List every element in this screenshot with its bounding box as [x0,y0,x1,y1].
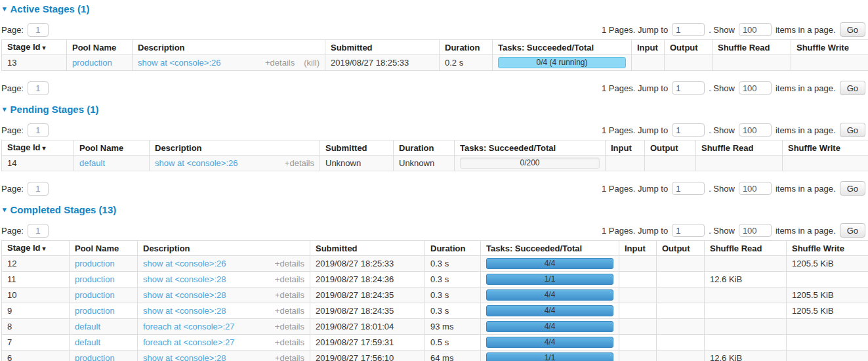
column-header-submitted[interactable]: Submitted [325,40,440,55]
description-link[interactable]: show at <console>:28 [143,306,226,316]
column-header-description[interactable]: Description [138,241,310,256]
show-items-input[interactable] [739,182,772,195]
description-link[interactable]: foreach at <console>:27 [143,322,235,331]
tasks-progress-bar: 4/4 [486,289,613,301]
shuffle-write-cell: 1205.5 KiB [787,303,868,319]
column-header-tasks-succeeded-total[interactable]: Tasks: Succeeded/Total [493,40,632,55]
column-header-label: Input [611,143,632,153]
output-cell [645,156,696,171]
column-header-input[interactable]: Input [606,140,645,156]
pool-name-link[interactable]: production [75,259,115,268]
description-link[interactable]: show at <console>:28 [143,274,226,284]
details-link[interactable]: +details [275,322,304,331]
stage-id-cell: 12 [2,256,70,272]
jump-to-page-input[interactable] [672,81,705,95]
column-header-shuffle-read[interactable]: Shuffle Read [713,40,791,55]
column-header-pool-name[interactable]: Pool Name [74,140,150,156]
details-link[interactable]: +details [275,259,304,268]
column-header-input[interactable]: Input [632,40,665,55]
pagination-left: Page: [1,123,49,137]
pool-name-link[interactable]: default [75,322,100,331]
pool-name-cell: production [67,55,133,71]
column-header-pool-name[interactable]: Pool Name [67,40,133,55]
column-header-shuffle-write[interactable]: Shuffle Write [787,241,868,256]
jump-to-page-input[interactable] [672,123,705,137]
description-cell: show at <console>:28+details [138,287,310,303]
pool-name-link[interactable]: production [75,274,115,284]
pool-name-link[interactable]: production [72,58,112,68]
column-header-output[interactable]: Output [657,241,705,256]
page-number-input[interactable] [28,123,49,137]
pool-name-link[interactable]: production [75,306,115,316]
pool-name-link[interactable]: default [79,158,105,168]
details-link[interactable]: +details [275,353,304,361]
section-heading-active[interactable]: ▾Active Stages (1) [3,3,867,14]
duration-cell: 93 ms [425,319,481,335]
details-link[interactable]: +details [275,337,304,347]
description-link[interactable]: foreach at <console>:27 [143,337,235,347]
column-header-shuffle-read[interactable]: Shuffle Read [696,140,783,156]
input-cell [619,256,657,272]
stage-row: 10productionshow at <console>:28+details… [2,287,868,303]
page-number-input[interactable] [28,182,49,196]
details-link[interactable]: +details [275,274,304,284]
column-header-stage-id[interactable]: Stage Id▾ [2,241,70,256]
column-header-shuffle-read[interactable]: Shuffle Read [705,241,787,256]
submitted-cell: Unknown [320,156,394,171]
column-header-label: Pool Name [75,244,119,253]
details-link[interactable]: +details [265,58,295,68]
section-heading-pending[interactable]: ▾Pending Stages (1) [3,103,867,115]
column-header-duration[interactable]: Duration [440,40,493,55]
column-header-shuffle-write[interactable]: Shuffle Write [783,140,868,156]
description-link[interactable]: show at <console>:28 [143,353,226,361]
column-header-submitted[interactable]: Submitted [320,140,394,156]
show-label: . Show [709,125,735,135]
column-header-pool-name[interactable]: Pool Name [70,241,138,256]
show-items-input[interactable] [739,81,772,95]
description-link[interactable]: show at <console>:26 [143,259,226,268]
pool-name-link[interactable]: default [75,337,100,347]
stage-id-cell: 8 [2,319,70,335]
kill-link[interactable]: (kill) [304,58,320,68]
jump-to-page-input[interactable] [672,182,705,195]
column-header-output[interactable]: Output [665,40,713,55]
section-heading-completed[interactable]: ▾Completed Stages (13) [3,203,867,215]
column-header-label: Shuffle Write [796,43,849,53]
pool-name-link[interactable]: production [75,353,115,361]
column-header-duration[interactable]: Duration [425,241,481,256]
go-button[interactable]: Go [840,123,865,137]
show-items-input[interactable] [739,123,772,137]
column-header-stage-id[interactable]: Stage Id▾ [2,40,67,55]
details-link[interactable]: +details [275,306,304,316]
description-link[interactable]: show at <console>:28 [143,290,226,300]
go-button[interactable]: Go [840,223,865,238]
column-header-shuffle-write[interactable]: Shuffle Write [791,40,868,55]
page-number-input[interactable] [28,23,49,37]
page-number-input[interactable] [28,224,49,238]
jump-to-page-input[interactable] [672,23,705,36]
column-header-submitted[interactable]: Submitted [310,241,425,256]
column-header-input[interactable]: Input [619,241,657,256]
go-button[interactable]: Go [840,81,865,95]
column-header-stage-id[interactable]: Stage Id▾ [2,140,74,156]
details-link[interactable]: +details [275,290,304,300]
description-link[interactable]: show at <console>:26 [138,58,220,68]
stage-id-cell: 6 [2,350,70,361]
column-header-tasks-succeeded-total[interactable]: Tasks: Succeeded/Total [481,241,619,256]
go-button[interactable]: Go [840,181,865,196]
column-header-description[interactable]: Description [150,140,320,156]
show-items-input[interactable] [739,23,772,36]
jump-to-page-input[interactable] [672,224,705,237]
column-header-description[interactable]: Description [133,40,325,55]
duration-cell: 0.5 s [425,335,481,350]
pool-name-link[interactable]: production [75,290,115,300]
column-header-duration[interactable]: Duration [394,140,455,156]
description-link[interactable]: show at <console>:26 [155,158,238,168]
column-header-output[interactable]: Output [645,140,696,156]
page-number-input[interactable] [28,81,49,95]
show-items-input[interactable] [739,224,772,237]
details-link[interactable]: +details [285,158,314,168]
column-header-label: Shuffle Read [701,143,753,153]
column-header-tasks-succeeded-total[interactable]: Tasks: Succeeded/Total [455,140,606,156]
go-button[interactable]: Go [840,22,865,37]
